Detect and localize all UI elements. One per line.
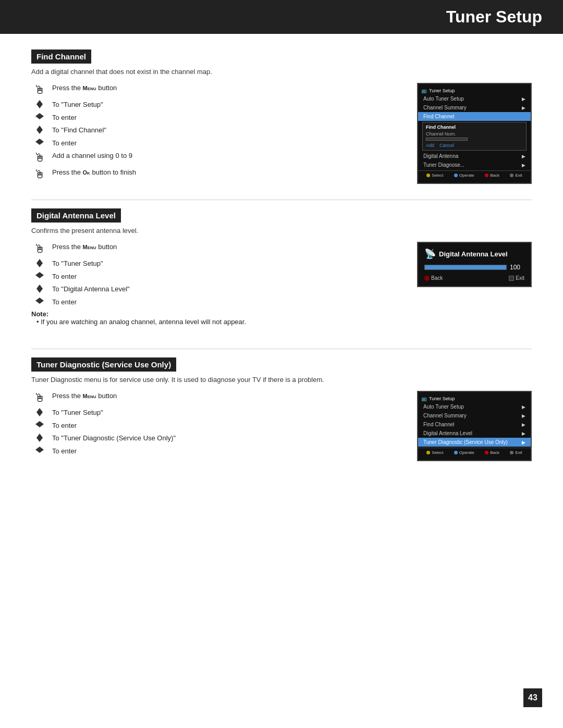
remote-icon-7: 🖱: [34, 168, 45, 181]
instruction-text-4: To "Find Channel": [52, 125, 407, 135]
leftright-arrow-5: [35, 139, 44, 145]
section-heading-digital-antenna: Digital Antenna Level: [31, 208, 121, 223]
leftright-arrow-td-3: [35, 421, 44, 427]
section-subtitle-tuner-diagnostic: Tuner Diagnostic menu is for service use…: [31, 376, 532, 384]
instruction-text-td-3: To enter: [52, 421, 407, 431]
updown-arrow-da-4: [36, 285, 43, 293]
tv-title-2: Tuner Setup: [429, 396, 455, 401]
antenna-title-bar: 📡 Digital Antenna Level: [424, 248, 524, 260]
antenna-title-text: Digital Antenna Level: [439, 250, 508, 258]
leftright-arrow-3: [35, 113, 44, 119]
updown-icon-cell-da-2: [31, 258, 48, 267]
instruction-row-2: To "Tuner Setup": [31, 100, 407, 110]
antenna-value: 100: [510, 264, 524, 271]
remote-icon-da-1: 🖱: [34, 242, 45, 256]
antenna-footer: Back Exit: [424, 275, 524, 281]
tv-screen-header: 📺 Tuner Setup: [418, 87, 531, 94]
footer-select-1: Select: [426, 173, 443, 178]
antenna-icon: 📡: [424, 248, 436, 260]
instruction-row-6: 🖱 Add a channel using 0 to 9: [31, 151, 407, 165]
footer-exit-2: Exit: [510, 450, 522, 455]
instructions-digital-antenna: 🖱 Press the Menu button To "Tuner Setup": [31, 242, 407, 333]
section-tuner-diagnostic: Tuner Diagnostic (Service Use Only) Tune…: [31, 357, 532, 461]
antenna-level-screen: 📡 Digital Antenna Level 100: [417, 242, 532, 287]
antenna-bar-container: 100: [424, 264, 524, 271]
instruction-text-td-1: Press the Menu button: [52, 391, 407, 401]
tv-submenu-find-channel: Find Channel Channel Num. Add Cancel: [422, 122, 527, 151]
note-text-antenna: If you are watching an analog channel, a…: [36, 318, 407, 326]
tv-screen-diagnostic: 📺 Tuner Setup Auto Tuner Setup ▶ Channel…: [417, 391, 532, 461]
instruction-row-4: To "Find Channel": [31, 125, 407, 135]
screenshot-antenna-level: 📡 Digital Antenna Level 100: [417, 242, 532, 287]
instruction-row-td-4: To "Tuner Diagnostic (Service Use Only)": [31, 433, 407, 443]
instruction-row-da-3: To enter: [31, 272, 407, 282]
instruction-row-td-2: To "Tuner Setup": [31, 408, 407, 418]
remote-icon-cell-da-1: 🖱: [31, 242, 48, 256]
leftright-arrow-td-5: [35, 447, 44, 453]
screenshot-tuner-diagnostic: 📺 Tuner Setup Auto Tuner Setup ▶ Channel…: [417, 391, 532, 461]
tv-screen-footer-1: Select Operate Back Exit: [418, 170, 531, 180]
tv-menu-auto-tuner: Auto Tuner Setup ▶: [418, 94, 531, 103]
instruction-text-da-4: To "Digital Antenna Level": [52, 284, 407, 294]
footer-exit-1: Exit: [510, 173, 522, 178]
section-digital-antenna: Digital Antenna Level Confirms the prese…: [31, 208, 532, 333]
instruction-text-td-5: To enter: [52, 446, 407, 456]
tv-menu-auto-tuner-2: Auto Tuner Setup ▶: [418, 402, 531, 411]
tv-icon-2: 📺: [421, 396, 427, 401]
instruction-row-7: 🖱 Press the Ok button to finish: [31, 167, 407, 181]
leftright-icon-cell-5: [31, 138, 48, 145]
remote-icon-td-1: 🖱: [34, 391, 45, 405]
tv-menu-digital-ant-2: Digital Antenna Level ▶: [418, 429, 531, 438]
footer-operate-1: Operate: [454, 173, 474, 178]
section-heading-tuner-diagnostic: Tuner Diagnostic (Service Use Only): [31, 357, 176, 372]
instruction-text-6: Add a channel using 0 to 9: [52, 151, 407, 161]
tv-menu-tuner-diag-1: Tuner Diagnose... ▶: [418, 161, 531, 169]
leftright-icon-cell-da-3: [31, 272, 48, 278]
instruction-row-da-5: To enter: [31, 297, 407, 307]
instructions-tuner-diagnostic: 🖱 Press the Menu button To "Tuner Setup": [31, 391, 407, 459]
section-heading-find-channel: Find Channel: [31, 50, 91, 64]
antenna-footer-exit: Exit: [509, 275, 524, 281]
tv-cancel-btn: Cancel: [439, 143, 454, 148]
tv-title: Tuner Setup: [429, 88, 455, 93]
section-subtitle-digital-antenna: Confirms the present antenna level.: [31, 227, 532, 235]
tv-menu-find-channel-2: Find Channel ▶: [418, 420, 531, 429]
leftright-icon-cell-td-3: [31, 421, 48, 427]
leftright-arrow-da-3: [35, 272, 44, 278]
tv-screen-footer-2: Select Operate Back Exit: [418, 448, 531, 457]
tv-menu-channel-summary: Channel Summary ▶: [418, 103, 531, 112]
section-body-digital-antenna: 🖱 Press the Menu button To "Tuner Setup": [31, 242, 532, 333]
instruction-row-da-2: To "Tuner Setup": [31, 258, 407, 269]
divider-1: [31, 200, 532, 200]
tv-submenu-buttons: Add Cancel: [426, 143, 523, 148]
updown-icon-cell-4: [31, 125, 48, 134]
updown-icon-cell-td-2: [31, 408, 48, 416]
instruction-text-da-5: To enter: [52, 297, 407, 307]
section-subtitle-find-channel: Add a digital channel that does not exis…: [31, 68, 532, 76]
updown-icon-cell-td-4: [31, 433, 48, 442]
section-body-tuner-diagnostic: 🖱 Press the Menu button To "Tuner Setup": [31, 391, 532, 461]
antenna-footer-back: Back: [424, 275, 443, 281]
tv-submenu-channel-label: Channel Num.: [426, 131, 523, 137]
instruction-row-da-4: To "Digital Antenna Level": [31, 284, 407, 294]
remote-icon-cell-6: 🖱: [31, 151, 48, 165]
remote-icon-cell-7: 🖱: [31, 167, 48, 181]
footer-operate-2: Operate: [454, 450, 474, 455]
instruction-row-3: To enter: [31, 113, 407, 123]
tv-add-btn: Add: [426, 143, 434, 148]
leftright-arrow-da-5: [35, 298, 44, 304]
updown-arrow-td-2: [36, 408, 43, 416]
section-body-find-channel: 🖱 Press the Menu button To "Tuner Setu: [31, 83, 532, 184]
remote-icon-cell-1: 🖱: [31, 83, 48, 97]
tv-screen-find-channel: 📺 Tuner Setup Auto Tuner Setup ▶ Channel…: [417, 83, 532, 184]
antenna-bar-inner: [425, 265, 506, 269]
tv-submenu-title: Find Channel: [426, 125, 523, 130]
section-find-channel: Find Channel Add a digital channel that …: [31, 50, 532, 184]
tv-screen-header-2: 📺 Tuner Setup: [418, 395, 531, 402]
instruction-text-da-1: Press the Menu button: [52, 242, 407, 252]
remote-icon-1: 🖱: [34, 83, 45, 97]
leftright-icon-cell-3: [31, 113, 48, 119]
updown-arrow-td-4: [36, 434, 43, 442]
tv-menu-tuner-diag-active: Tuner Diagnostic (Service Use Only) ▶: [418, 438, 531, 447]
updown-icon-cell-2: [31, 100, 48, 108]
